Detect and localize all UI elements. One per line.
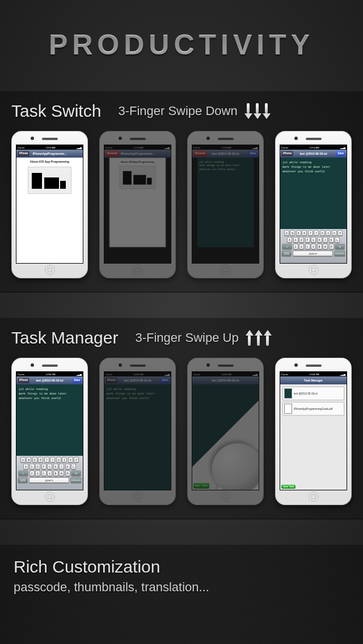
keyboard[interactable]: QWERTYUIOP ASDFGHJKL ⇧ZXCVBNM⌫ 123 space… bbox=[16, 456, 83, 490]
home-button-icon bbox=[45, 265, 55, 275]
phone-mock: Carrier12:03 PM▂▃▅ Task Manager text @20… bbox=[275, 358, 352, 505]
keyboard[interactable]: QWERTYUIOP ASDFGHJKL ⇧ZXCVBNM⌫ 123 space… bbox=[280, 229, 347, 263]
new-task-button[interactable]: New Task bbox=[193, 483, 209, 489]
phone-mock: Carrier12:03 PM▂▃▅ text @2012-09-19.txt … bbox=[187, 358, 264, 505]
swipe-down-icon bbox=[244, 103, 271, 119]
editor-title: text @2012-09-19.txt bbox=[299, 152, 327, 155]
back-button[interactable]: iPhone bbox=[18, 151, 29, 156]
phone-mock: Carrier12:03 PM▂▃▅ iPhone text @2012-09-… bbox=[99, 358, 176, 505]
new-task-button[interactable]: New Task bbox=[281, 485, 296, 489]
task-manager-section: Task Manager 3-Finger Swipe Up Carrier12… bbox=[0, 317, 363, 519]
doc-heading: About iOS App Programming bbox=[19, 160, 81, 163]
task-switch-title: Task Switch bbox=[11, 101, 101, 121]
customization-subtitle: passcode, thumbnails, translation... bbox=[14, 580, 349, 595]
task-switch-section: Task Switch 3-Finger Swipe Down Carrier1… bbox=[0, 91, 363, 293]
page-title: Productivity bbox=[0, 0, 363, 61]
phone-mock: Carrier12:03 PM▂▃▅ iPhone text @2012-09-… bbox=[11, 358, 88, 505]
save-button[interactable]: Save bbox=[336, 151, 345, 156]
phone-mock: Carrier11:55 AM▂▃▅ Browser iPhoneAppProg… bbox=[99, 131, 176, 278]
phone-mock: Carrier11:55 AM▂▃▅ iPhone iPhoneAppProgr… bbox=[11, 131, 88, 278]
task-manager-header: Task Manager bbox=[304, 379, 323, 382]
page-curl-icon bbox=[192, 384, 259, 490]
task-item[interactable]: text @2012-09-19.txt bbox=[282, 387, 344, 400]
phone-mock: Carrier11:55 AM▂▃▅ iPhone text @2012-09-… bbox=[275, 131, 352, 278]
task-manager-gesture: 3-Finger Swipe Up bbox=[135, 331, 238, 345]
doc-title: iPhoneAppProgrammin... bbox=[32, 152, 66, 155]
phone-mock: Carrier11:55 AM▂▃▅ Browser text @2012-09… bbox=[187, 131, 264, 278]
task-switch-gesture: 3-Finger Swipe Down bbox=[118, 104, 237, 118]
close-button[interactable]: Browser bbox=[105, 151, 119, 156]
task-item[interactable]: iPhoneAppProgrammingGuide.pdf bbox=[282, 402, 344, 416]
swipe-up-icon bbox=[246, 330, 272, 346]
task-manager-title: Task Manager bbox=[11, 328, 118, 348]
customization-title: Rich Customization bbox=[14, 557, 349, 577]
doc-image bbox=[28, 167, 71, 194]
customization-section: Rich Customization passcode, thumbnails,… bbox=[0, 544, 363, 644]
